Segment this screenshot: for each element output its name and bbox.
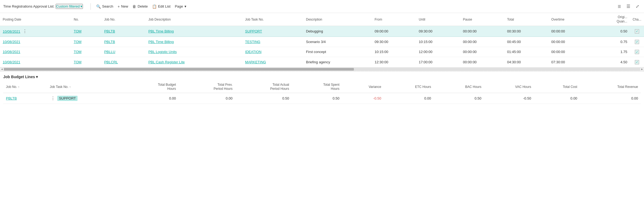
cell-no: TOM (71, 26, 102, 37)
cell-overtime: 00:00:00 (549, 37, 593, 47)
jbl-col-vac-hours: VAC Hours (484, 81, 534, 93)
checkbox[interactable]: ✓ (635, 40, 639, 44)
cell-until: 10:15:00 (416, 37, 460, 47)
jbl-cell-revenue: 0.00 (580, 93, 641, 104)
cell-total: 00:45:00 (504, 37, 549, 47)
page-chevron-icon: ▾ (185, 4, 186, 8)
filter-label: Custom filtered (56, 4, 80, 8)
jbl-table: Job No. ↑ Job Task No. ↑ Total BudgetHou… (3, 81, 641, 104)
cell-pause: 00:00:00 (460, 37, 505, 47)
scroll-left-arrow[interactable]: ◄ (0, 67, 4, 71)
posting-date-link[interactable]: 10/08/2021 (3, 60, 20, 64)
delete-button[interactable]: 🗑 Delete (130, 3, 150, 10)
job-description-link[interactable]: PBL Time Billing (148, 29, 174, 33)
cell-posting-date: 10/08/2021 (0, 47, 71, 57)
checkbox[interactable]: ✓ (635, 29, 639, 34)
job-task-no-link[interactable]: MARKETING (245, 60, 266, 64)
search-button[interactable]: 🔍 Search (94, 3, 115, 10)
jbl-title-text: Job Budget Lines (3, 75, 35, 79)
chevron-down-icon: ▾ (81, 4, 82, 8)
cell-until: 09:30:00 (416, 26, 460, 37)
cell-checkbox[interactable]: ✓ (630, 57, 644, 67)
col-total: Total (504, 13, 549, 26)
job-no-link[interactable]: PBLCRL (104, 60, 118, 64)
job-task-no-link[interactable]: TESTING (245, 40, 260, 44)
job-description-link[interactable]: PBL Logistic Units (148, 50, 177, 54)
table-row[interactable]: 10/08/2021TOMPBLCRLPBL Cash Register Lit… (0, 57, 644, 67)
posting-date-link[interactable]: 10/08/2021 (3, 29, 20, 34)
toolbar-divider (90, 3, 91, 10)
search-icon: 🔍 (96, 4, 101, 9)
horizontal-scrollbar[interactable]: ◄ ► (0, 67, 644, 71)
page-title: Time Registrations Approval List: (3, 4, 55, 8)
jbl-job-no-link[interactable]: PBLTB (6, 96, 17, 100)
posting-date-link[interactable]: 10/08/2021 (3, 50, 20, 54)
jbl-header-row: Job No. ↑ Job Task No. ↑ Total BudgetHou… (3, 81, 641, 93)
main-table-wrapper[interactable]: Posting Date No. Job No. Job Description… (0, 13, 644, 67)
jbl-cell-prev-period: 0.00 (179, 93, 235, 104)
edit-list-button[interactable]: 📋 Edit List (150, 3, 173, 10)
no-link[interactable]: TOM (74, 29, 82, 33)
job-description-link[interactable]: PBL Cash Register Lite (148, 60, 185, 64)
jbl-table-row[interactable]: PBLTB⋮SUPPORT0.000.000.500.50-0.500.000.… (3, 93, 641, 104)
cell-total: 00:30:00 (504, 26, 549, 37)
columns-icon-button[interactable]: ☰ (625, 3, 632, 10)
page-button[interactable]: Page ▾ (173, 3, 188, 9)
checkbox[interactable]: ✓ (635, 60, 639, 64)
cell-orig-quan: 4.50 (593, 57, 630, 67)
col-orig-quan: Origi...Quan... (593, 13, 630, 26)
cell-total: 04:30:00 (504, 57, 549, 67)
expand-icon-button[interactable]: ⤢ (634, 3, 641, 10)
table-header-row: Posting Date No. Job No. Job Description… (0, 13, 644, 26)
delete-label: Delete (137, 4, 148, 8)
job-description-link[interactable]: PBL Time Billing (148, 40, 174, 44)
job-task-no-link[interactable]: IDEATION (245, 50, 261, 54)
jbl-cell-job-no: PBLTB (3, 93, 47, 104)
cell-description: Scenario 3/4 (303, 37, 372, 47)
context-menu-icon[interactable]: ⋮ (20, 29, 28, 34)
no-link[interactable]: TOM (74, 50, 82, 54)
job-no-link[interactable]: PBLTB (104, 40, 115, 44)
jbl-cell-bac: 0.50 (434, 93, 484, 104)
cell-description: Briefing agency (303, 57, 372, 67)
job-task-no-link[interactable]: SUPPORT (245, 29, 262, 33)
edit-list-label: Edit List (158, 4, 170, 8)
cell-checkbox[interactable]: ✓ (630, 26, 644, 37)
cell-pause: 00:00:00 (460, 57, 505, 67)
filter-icon-button[interactable]: ≣ (616, 3, 623, 10)
cell-checkbox[interactable]: ✓ (630, 37, 644, 47)
no-link[interactable]: TOM (74, 60, 82, 64)
no-link[interactable]: TOM (74, 40, 82, 44)
scroll-thumb[interactable] (4, 68, 354, 71)
checkbox[interactable]: ✓ (635, 50, 639, 54)
cell-overtime: 00:00:00 (549, 47, 593, 57)
table-row[interactable]: 10/08/2021TOMPBLLUPBL Logistic UnitsIDEA… (0, 47, 644, 57)
cell-pause: 00:00:00 (460, 26, 505, 37)
cell-job-description: PBL Time Billing (146, 26, 242, 37)
cell-no: TOM (71, 37, 102, 47)
table-row[interactable]: 10/08/2021 ⋮TOMPBLTBPBL Time BillingSUPP… (0, 26, 644, 37)
table-row[interactable]: 10/08/2021TOMPBLTBPBL Time BillingTESTIN… (0, 37, 644, 47)
new-button[interactable]: + New (115, 3, 130, 10)
cell-overtime: 07:30:00 (549, 57, 593, 67)
jbl-context-menu-icon[interactable]: ⋮ (50, 96, 56, 101)
cell-job-description: PBL Time Billing (146, 37, 242, 47)
scroll-right-arrow[interactable]: ► (640, 67, 644, 71)
registrations-table: Posting Date No. Job No. Job Description… (0, 13, 644, 67)
jbl-table-wrapper[interactable]: Job No. ↑ Job Task No. ↑ Total BudgetHou… (3, 81, 641, 104)
job-no-link[interactable]: PBLTB (104, 29, 115, 33)
jbl-cell-spent: 0.50 (292, 93, 342, 104)
cell-posting-date: 10/08/2021 (0, 57, 71, 67)
trash-icon: 🗑 (132, 4, 136, 9)
cell-orig-quan: 1.75 (593, 47, 630, 57)
cell-from: 09:30:00 (372, 37, 416, 47)
posting-date-link[interactable]: 10/08/2021 (3, 40, 20, 44)
job-no-link[interactable]: PBLLU (104, 50, 115, 54)
jbl-col-total-prev-period-hours: Total Prev.Period Hours (179, 81, 235, 93)
col-from: From (372, 13, 416, 26)
jbl-cell-vac: -0.50 (484, 93, 534, 104)
scroll-track[interactable] (4, 68, 640, 71)
filter-button[interactable]: Custom filtered ▾ (56, 4, 83, 9)
jbl-title[interactable]: Job Budget Lines ▾ (3, 75, 641, 79)
cell-checkbox[interactable]: ✓ (630, 47, 644, 57)
